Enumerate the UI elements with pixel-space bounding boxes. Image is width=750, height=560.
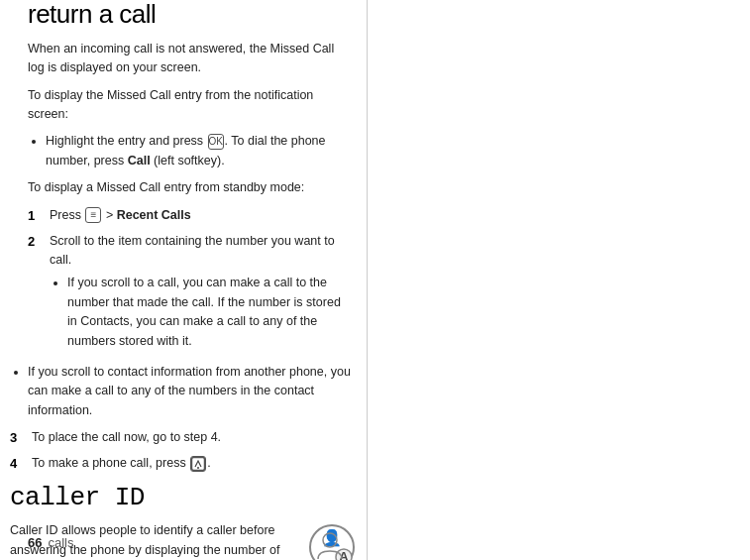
step-2: 2 Scroll to the item containing the numb… [28, 232, 349, 357]
notification-list-item: Highlight the entry and press OK. To dia… [46, 132, 349, 170]
left-column: return a call When an incoming call is n… [0, 0, 367, 357]
step2-text: Scroll to the item containing the number… [50, 234, 335, 267]
caller-id-title: caller ID [10, 484, 356, 513]
display-para: To display the Missed Call entry from th… [28, 86, 349, 125]
step4-text: To make a phone call, press [32, 456, 186, 470]
notification-list: Highlight the entry and press OK. To dia… [46, 132, 349, 170]
right-top-list: If you scroll to contact information fro… [28, 363, 356, 420]
footer-label: calls [48, 535, 73, 550]
footer: 66 calls [0, 535, 367, 550]
page: return a call When an incoming call is n… [0, 0, 750, 560]
intro-para: When an incoming call is not answered, t… [28, 40, 349, 78]
step4-content: To make a phone call, press . [32, 454, 356, 473]
svg-point-1 [197, 467, 199, 469]
step3-content: To place the call now, go to step 4. [32, 428, 356, 447]
step-3: 3 To place the call now, go to step 4. [10, 428, 356, 448]
standby-para: To display a Missed Call entry from stan… [28, 178, 349, 197]
step1-number: 1 [28, 206, 46, 226]
recent-calls-label: Recent Calls [117, 208, 191, 222]
menu-icon: ≡ [85, 207, 101, 223]
page-number: 66 [28, 535, 42, 550]
call-softkey: Call [128, 154, 151, 168]
step2-bullet: If you scroll to a call, you can make a … [67, 274, 349, 351]
send-svg [191, 457, 205, 471]
step4-number: 4 [10, 454, 28, 474]
right-column: If you scroll to contact information fro… [0, 363, 383, 560]
send-icon-step4 [190, 456, 206, 472]
step2-list: If you scroll to a call, you can make a … [67, 274, 349, 351]
column-divider [367, 0, 368, 560]
step1-content: Press ≡ > Recent Calls [50, 206, 349, 225]
step-4: 4 To make a phone call, press . [10, 454, 356, 474]
ok-icon: OK [208, 134, 224, 150]
step2-number: 2 [28, 232, 46, 252]
step-1: 1 Press ≡ > Recent Calls [28, 206, 349, 226]
step3-number: 3 [10, 428, 28, 448]
right-bullet-1: If you scroll to contact information fro… [28, 363, 356, 420]
return-call-title: return a call [28, 0, 349, 30]
step2-content: Scroll to the item containing the number… [50, 232, 349, 357]
